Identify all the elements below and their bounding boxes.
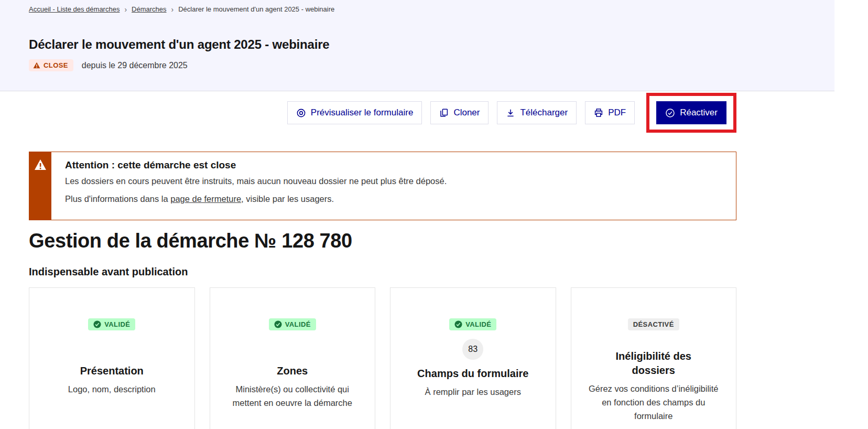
alert-line1: Les dossiers en cours peuvent être instr…	[65, 174, 447, 189]
status-row: CLOSE depuis le 29 décembre 2025	[29, 59, 834, 71]
page: Accueil - Liste des démarches › Démarche…	[0, 0, 834, 429]
card-description: À remplir par les usagers	[425, 385, 521, 399]
page-header: Accueil - Liste des démarches › Démarche…	[0, 0, 834, 91]
breadcrumb-link-home[interactable]: Accueil - Liste des démarches	[29, 5, 120, 13]
eye-icon	[296, 108, 306, 118]
button-label: Prévisualiser le formulaire	[311, 108, 414, 118]
alert-line2-prefix: Plus d'informations dans la	[65, 194, 170, 203]
card-description: Gérez vos conditions d’inéligibilité en …	[586, 382, 722, 423]
card-title: Champs du formulaire	[417, 367, 528, 381]
check-circle-icon	[665, 108, 675, 118]
card-ineligibilite[interactable]: DÉSACTIVÉ Inéligibilité des dossiers Gér…	[571, 287, 737, 429]
badge-label: DÉSACTIVÉ	[633, 320, 674, 328]
alert-body: Attention : cette démarche est close Les…	[51, 152, 460, 220]
toolbar: Prévisualiser le formulaire Cloner Téléc…	[29, 93, 736, 133]
warning-triangle-icon	[34, 159, 47, 170]
copy-icon	[439, 108, 449, 117]
button-label: Cloner	[453, 108, 480, 118]
badge-label: VALIDÉ	[285, 320, 311, 328]
check-circle-icon	[454, 320, 462, 328]
alert-icon-strip	[29, 152, 51, 220]
check-circle-icon	[274, 320, 282, 328]
publication-cards-grid: VALIDÉ Présentation Logo, nom, descripti…	[29, 287, 736, 429]
breadcrumb-current: Déclarer le mouvement d'un agent 2025 - …	[178, 5, 334, 13]
closing-page-link[interactable]: page de fermeture	[170, 194, 241, 203]
printer-icon	[594, 108, 603, 117]
main-content: Prévisualiser le formulaire Cloner Téléc…	[0, 93, 736, 429]
status-badge-valide: VALIDÉ	[88, 318, 135, 330]
card-title: Inéligibilité des dossiers	[604, 349, 703, 378]
alert-title: Attention : cette démarche est close	[65, 159, 447, 171]
download-icon	[506, 108, 515, 117]
warning-triangle-icon	[33, 62, 40, 69]
breadcrumb-link-demarches[interactable]: Démarches	[132, 5, 166, 13]
preview-form-button[interactable]: Prévisualiser le formulaire	[287, 101, 422, 124]
download-button[interactable]: Télécharger	[497, 101, 577, 124]
card-champs-formulaire[interactable]: VALIDÉ 83 Champs du formulaire À remplir…	[390, 287, 556, 429]
section-subheading: Indispensable avant publication	[29, 266, 736, 278]
page-title: Déclarer le mouvement d'un agent 2025 - …	[29, 37, 834, 52]
button-label: PDF	[608, 108, 626, 118]
status-badge-valide: VALIDÉ	[269, 318, 316, 330]
reactivate-button[interactable]: Réactiver	[656, 101, 726, 124]
annotation-highlight-box: Réactiver	[646, 93, 736, 133]
card-title: Zones	[277, 364, 308, 378]
card-presentation[interactable]: VALIDÉ Présentation Logo, nom, descripti…	[29, 287, 195, 429]
status-since-text: depuis le 29 décembre 2025	[82, 61, 188, 70]
card-title: Présentation	[80, 364, 144, 378]
section-heading: Gestion de la démarche № 128 780	[29, 230, 736, 252]
status-badge-valide: VALIDÉ	[449, 318, 496, 330]
clone-button[interactable]: Cloner	[430, 101, 489, 124]
alert-line2: Plus d'informations dans la page de ferm…	[65, 191, 447, 207]
badge-label: VALIDÉ	[465, 320, 491, 328]
button-label: Télécharger	[520, 108, 568, 118]
status-badge: CLOSE	[29, 59, 73, 71]
card-description: Logo, nom, description	[68, 382, 156, 396]
check-circle-icon	[93, 320, 101, 328]
status-badge-desactive: DÉSACTIVÉ	[628, 318, 679, 330]
pdf-button[interactable]: PDF	[585, 101, 635, 124]
card-description: Ministère(s) ou collectivité qui mettent…	[225, 382, 361, 410]
chevron-right-icon: ›	[171, 6, 174, 13]
alert-line2-suffix: , visible par les usagers.	[241, 194, 334, 203]
status-badge-label: CLOSE	[44, 61, 68, 69]
card-zones[interactable]: VALIDÉ Zones Ministère(s) ou collectivit…	[210, 287, 376, 429]
chevron-right-icon: ›	[124, 6, 127, 13]
close-warning-banner: Attention : cette démarche est close Les…	[29, 152, 736, 220]
badge-label: VALIDÉ	[104, 320, 130, 328]
breadcrumb: Accueil - Liste des démarches › Démarche…	[29, 5, 834, 13]
button-label: Réactiver	[680, 108, 718, 118]
field-count-badge: 83	[462, 339, 483, 360]
